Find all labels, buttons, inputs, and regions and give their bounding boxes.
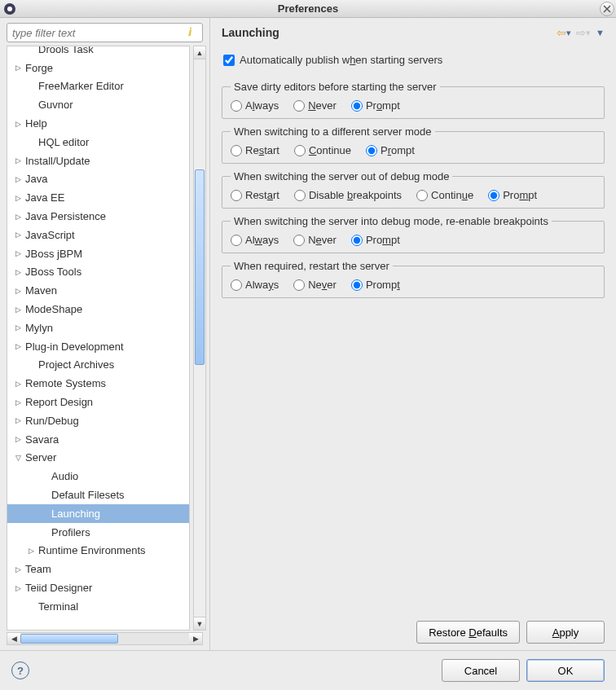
tree-item-launching[interactable]: Launching	[7, 504, 189, 523]
radio-g3-0[interactable]	[231, 190, 242, 201]
radio-option[interactable]: Prompt	[351, 279, 400, 291]
hscroll-thumb[interactable]	[20, 634, 118, 644]
radio-option[interactable]: Disable breakpoints	[294, 189, 402, 201]
tree-horizontal-scrollbar[interactable]: ◀ ▶	[7, 632, 203, 645]
scroll-thumb[interactable]	[195, 169, 205, 365]
radio-option[interactable]: Always	[231, 279, 279, 291]
radio-option[interactable]: Prompt	[366, 144, 415, 156]
radio-option[interactable]: Restart	[231, 144, 279, 156]
expand-icon[interactable]: ▷	[12, 231, 24, 239]
restore-defaults-button[interactable]: Restore Defaults	[416, 621, 520, 644]
collapse-icon[interactable]: ▽	[12, 454, 24, 462]
radio-g2-0[interactable]	[231, 145, 242, 156]
radio-g3-2[interactable]	[416, 190, 428, 201]
radio-option[interactable]: Never	[293, 234, 337, 246]
tree-item-audio[interactable]: Audio	[7, 467, 189, 486]
preferences-tree[interactable]: Drools Task▷ForgeFreeMarker EditorGuvnor…	[7, 46, 190, 631]
tree-item-hql-editor[interactable]: HQL editor	[7, 133, 189, 152]
tree-item-savara[interactable]: ▷Savara	[7, 430, 189, 449]
tree-item-forge[interactable]: ▷Forge	[7, 59, 189, 77]
expand-icon[interactable]: ▷	[12, 156, 24, 165]
radio-g2-1[interactable]	[294, 145, 306, 156]
expand-icon[interactable]: ▷	[12, 342, 24, 350]
radio-g1-2[interactable]	[351, 100, 363, 112]
tree-item-remote-systems[interactable]: ▷Remote Systems	[7, 374, 189, 393]
back-icon[interactable]: ⇦▾	[557, 26, 571, 39]
tree-vertical-scrollbar[interactable]: ▲ ▼	[193, 46, 206, 631]
ok-button[interactable]: OK	[526, 659, 605, 682]
tree-item-team[interactable]: ▷Team	[7, 560, 189, 578]
radio-g3-1[interactable]	[294, 190, 306, 201]
tree-item-mylyn[interactable]: ▷Mylyn	[7, 319, 189, 337]
expand-icon[interactable]: ▷	[12, 64, 24, 72]
radio-option[interactable]: Prompt	[351, 99, 400, 112]
radio-g5-0[interactable]	[231, 279, 242, 291]
radio-option[interactable]: Continue	[294, 144, 351, 156]
expand-icon[interactable]: ▷	[25, 547, 37, 555]
expand-icon[interactable]: ▷	[12, 380, 24, 388]
expand-icon[interactable]: ▷	[12, 565, 24, 574]
scroll-right-icon[interactable]: ▶	[189, 633, 202, 644]
radio-option[interactable]: Never	[293, 279, 337, 291]
filter-input[interactable]	[7, 23, 203, 42]
tree-item-guvnor[interactable]: Guvnor	[7, 95, 189, 114]
apply-button[interactable]: Apply	[526, 621, 605, 644]
expand-icon[interactable]: ▷	[12, 435, 24, 443]
tree-item-profilers[interactable]: Profilers	[7, 523, 189, 542]
tree-item-java-persistence[interactable]: ▷Java Persistence	[7, 207, 189, 226]
radio-g3-3[interactable]	[488, 190, 499, 201]
cancel-button[interactable]: Cancel	[442, 659, 520, 682]
expand-icon[interactable]: ▷	[12, 194, 24, 202]
tree-item-javascript[interactable]: ▷JavaScript	[7, 226, 189, 244]
expand-icon[interactable]: ▷	[12, 175, 24, 183]
radio-g1-0[interactable]	[231, 100, 242, 112]
expand-icon[interactable]: ▷	[12, 584, 24, 592]
tree-item-run-debug[interactable]: ▷Run/Debug	[7, 411, 189, 430]
tree-item-default-filesets[interactable]: Default Filesets	[7, 486, 189, 504]
auto-publish-checkbox[interactable]	[223, 55, 235, 66]
help-icon[interactable]: ?	[11, 661, 29, 679]
expand-icon[interactable]: ▷	[12, 249, 24, 257]
auto-publish-label[interactable]: Automatically publish when starting serv…	[240, 54, 442, 66]
radio-g1-1[interactable]	[293, 100, 305, 112]
tree-item-teiid-designer[interactable]: ▷Teiid Designer	[7, 578, 189, 597]
radio-option[interactable]: Prompt	[351, 234, 400, 246]
tree-item-java[interactable]: ▷Java	[7, 170, 189, 189]
radio-option[interactable]: Never	[293, 99, 337, 112]
radio-g4-1[interactable]	[293, 235, 305, 246]
tree-item-jboss-jbpm[interactable]: ▷JBoss jBPM	[7, 244, 189, 263]
radio-g4-0[interactable]	[231, 235, 242, 246]
expand-icon[interactable]: ▷	[12, 416, 24, 424]
expand-icon[interactable]: ▷	[12, 287, 24, 295]
expand-icon[interactable]: ▷	[12, 120, 24, 128]
scroll-down-icon[interactable]: ▼	[194, 617, 205, 630]
tree-item-report-design[interactable]: ▷Report Design	[7, 393, 189, 411]
close-icon[interactable]	[600, 2, 614, 16]
expand-icon[interactable]: ▷	[12, 268, 24, 276]
tree-item-java-ee[interactable]: ▷Java EE	[7, 188, 189, 207]
tree-item-terminal[interactable]: Terminal	[7, 597, 189, 616]
tree-item-help[interactable]: ▷Help	[7, 114, 189, 133]
radio-option[interactable]: Always	[231, 99, 279, 112]
expand-icon[interactable]: ▷	[12, 323, 24, 332]
tree-item-runtime-environments[interactable]: ▷Runtime Environments	[7, 542, 189, 560]
tree-item-plug-in-development[interactable]: ▷Plug-in Development	[7, 337, 189, 356]
tree-item-maven[interactable]: ▷Maven	[7, 281, 189, 300]
radio-option[interactable]: Continue	[416, 189, 473, 201]
radio-g2-2[interactable]	[366, 145, 377, 156]
tree-item-install-update[interactable]: ▷Install/Update	[7, 152, 189, 170]
tree-item-modeshape[interactable]: ▷ModeShape	[7, 300, 189, 319]
radio-g5-2[interactable]	[351, 279, 363, 291]
radio-option[interactable]: Prompt	[488, 189, 537, 201]
tree-item-jboss-tools[interactable]: ▷JBoss Tools	[7, 263, 189, 282]
expand-icon[interactable]: ▷	[12, 213, 24, 221]
tree-item-drools-task[interactable]: Drools Task	[7, 46, 189, 59]
expand-icon[interactable]: ▷	[12, 398, 24, 407]
menu-icon[interactable]: ▼	[596, 28, 605, 37]
scroll-up-icon[interactable]: ▲	[194, 46, 205, 59]
radio-option[interactable]: Restart	[231, 189, 279, 201]
radio-g5-1[interactable]	[293, 279, 305, 291]
radio-g4-2[interactable]	[351, 235, 363, 246]
expand-icon[interactable]: ▷	[12, 305, 24, 314]
scroll-left-icon[interactable]: ◀	[7, 633, 20, 644]
